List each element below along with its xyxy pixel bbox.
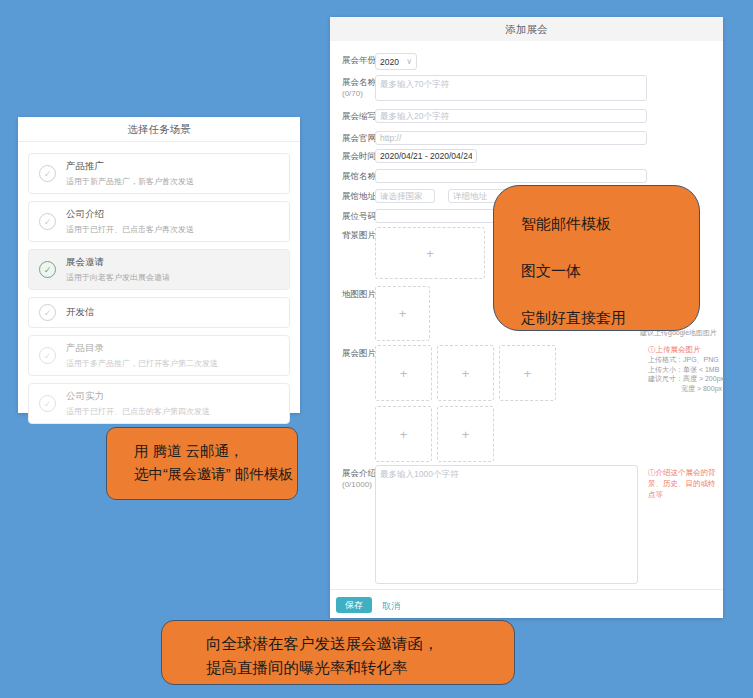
plus-icon: +	[426, 246, 434, 261]
name-counter: (0/70)	[342, 89, 363, 98]
scenario-title: 公司介绍	[66, 208, 194, 221]
expo-upload-5[interactable]: +	[437, 406, 494, 462]
website-label: 展会官网	[342, 133, 376, 145]
url-prefix: http://	[376, 133, 405, 143]
scenario-subtitle: 适用于已打开、已点击客户再次发送	[66, 224, 194, 235]
plus-icon: +	[462, 366, 470, 381]
callout-line: 定制好直接套用	[521, 294, 699, 341]
check-circle-icon: ✓	[39, 165, 56, 182]
scenario-card-company-intro[interactable]: ✓ 公司介绍 适用于已打开、已点击客户再次发送	[28, 201, 290, 242]
callout-line: 用 腾道 云邮通，	[134, 440, 297, 463]
callout-line: 向全球潜在客户发送展会邀请函，	[206, 632, 514, 656]
chevron-down-icon: ∨	[406, 58, 412, 66]
check-circle-icon-selected: ✓	[39, 261, 56, 278]
save-button[interactable]: 保存	[336, 597, 372, 613]
scenario-card-product-promo[interactable]: ✓ 产品推广 适用于新产品推广，新客户首次发送	[28, 153, 290, 194]
plus-icon: +	[399, 306, 407, 321]
map-upload[interactable]: +	[375, 286, 430, 341]
check-circle-icon: ✓	[39, 304, 56, 321]
scenario-title: 开发信	[66, 306, 95, 319]
hint-icon: ⓘ	[648, 345, 656, 354]
hint-icon: ⓘ	[648, 468, 656, 477]
expo-upload-1[interactable]: +	[375, 345, 432, 401]
callout-line: 图文一体	[521, 247, 699, 294]
plus-icon: +	[400, 427, 408, 442]
plus-icon: +	[524, 366, 532, 381]
callout-line: 选中“展会邀请” 邮件模板	[134, 463, 297, 486]
scenario-card-product-catalog[interactable]: ✓ 产品目录 适用于多产品推广，已打开客户第二次发送	[28, 335, 290, 376]
plus-icon: +	[462, 427, 470, 442]
check-circle-icon: ✓	[39, 213, 56, 230]
intro-counter: (0/1000)	[342, 480, 372, 489]
expo-upload-4[interactable]: +	[375, 406, 432, 462]
scenario-subtitle: 适用于新产品推广，新客户首次发送	[66, 176, 194, 187]
form-title: 添加展会	[330, 17, 723, 41]
expo-upload-3[interactable]: +	[499, 345, 556, 401]
scenario-card-company-strength[interactable]: ✓ 公司实力 适用于已打开、已点击的客户第四次发送	[28, 383, 290, 424]
scenario-panel: 选择任务场景 ✓ 产品推广 适用于新产品推广，新客户首次发送 ✓ 公司介绍 适用…	[18, 117, 300, 413]
hall-name-input[interactable]	[375, 169, 647, 183]
website-field: http://	[375, 131, 647, 145]
callout-select-template: 用 腾道 云邮通， 选中“展会邀请” 邮件模板	[106, 427, 298, 500]
website-input[interactable]	[405, 132, 646, 144]
scenario-title: 展会邀请	[66, 256, 170, 269]
check-circle-icon: ✓	[39, 347, 56, 364]
background-upload[interactable]: +	[375, 227, 485, 279]
exhibition-name-textarea[interactable]	[375, 75, 647, 101]
intro-textarea[interactable]	[375, 465, 638, 584]
abbreviation-input[interactable]	[375, 109, 647, 123]
scenario-title: 公司实力	[66, 390, 210, 403]
scenario-subtitle: 适用于已打开、已点击的客户第四次发送	[66, 406, 210, 417]
scenario-title: 产品目录	[66, 342, 218, 355]
cancel-link[interactable]: 取消	[382, 600, 400, 613]
map-image-label: 地图图片	[342, 289, 376, 301]
footer-divider	[330, 589, 723, 590]
scenario-card-expo-invite[interactable]: ✓ 展会邀请 适用于向老客户发出展会邀请	[28, 249, 290, 290]
expo-upload-2[interactable]: +	[437, 345, 494, 401]
expo-upload-hints: ⓘ上传展会图片 上传格式：JPG、PNG 上传大小：单张 < 1MB 建议尺寸：…	[648, 345, 724, 393]
expo-images-label: 展会图片	[342, 348, 376, 360]
scenario-title: 产品推广	[66, 160, 194, 173]
callout-smart-template: 智能邮件模板 图文一体 定制好直接套用	[493, 185, 700, 331]
scenario-list: ✓ 产品推广 适用于新产品推广，新客户首次发送 ✓ 公司介绍 适用于已打开、已点…	[18, 142, 300, 424]
intro-hint: ⓘ介绍这个展会的背景、历史、目的或特点等	[648, 467, 720, 500]
callout-send-invitation: 向全球潜在客户发送展会邀请函， 提高直播间的曝光率和转化率	[161, 620, 515, 685]
scenario-card-dev-letter[interactable]: ✓ 开发信	[28, 297, 290, 328]
scenario-subtitle: 适用于向老客户发出展会邀请	[66, 272, 170, 283]
year-select[interactable]: 2020 ∨	[375, 53, 417, 70]
country-select-input[interactable]	[375, 189, 435, 203]
callout-line: 提高直播间的曝光率和转化率	[206, 656, 514, 680]
scenario-panel-title: 选择任务场景	[18, 117, 300, 142]
abbr-label: 展会缩写	[342, 111, 376, 123]
plus-icon: +	[400, 366, 408, 381]
callout-line: 智能邮件模板	[521, 200, 699, 247]
time-range-input[interactable]	[375, 149, 477, 163]
scenario-subtitle: 适用于多产品推广，已打开客户第二次发送	[66, 358, 218, 369]
bg-image-label: 背景图片	[342, 230, 376, 242]
check-circle-icon: ✓	[39, 395, 56, 412]
